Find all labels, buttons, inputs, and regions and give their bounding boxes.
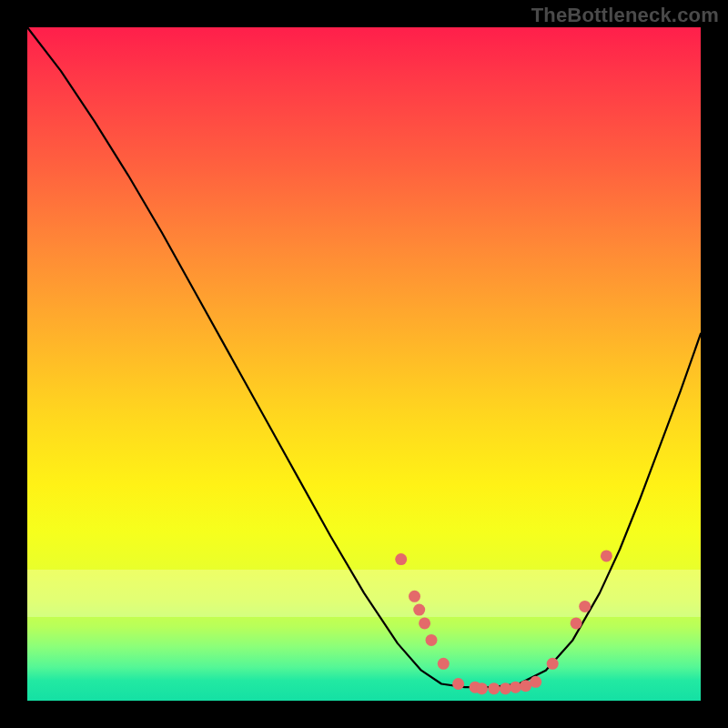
data-marker-9 bbox=[488, 682, 500, 694]
bottleneck-curve bbox=[27, 27, 701, 687]
data-marker-0 bbox=[395, 553, 407, 565]
chart-frame: TheBottleneck.com bbox=[0, 0, 728, 728]
data-marker-6 bbox=[452, 678, 464, 690]
data-marker-2 bbox=[413, 604, 425, 616]
data-marker-5 bbox=[438, 658, 450, 670]
data-marker-14 bbox=[547, 658, 559, 670]
data-marker-10 bbox=[500, 682, 511, 694]
data-markers bbox=[395, 550, 612, 694]
data-marker-8 bbox=[476, 682, 488, 694]
chart-svg bbox=[27, 27, 701, 701]
data-marker-17 bbox=[601, 550, 612, 561]
data-marker-16 bbox=[579, 601, 591, 612]
data-marker-1 bbox=[409, 591, 420, 602]
data-marker-15 bbox=[571, 617, 582, 629]
data-marker-3 bbox=[419, 617, 430, 629]
data-marker-4 bbox=[426, 634, 438, 646]
data-marker-12 bbox=[520, 680, 531, 692]
data-marker-13 bbox=[530, 676, 541, 688]
data-marker-11 bbox=[510, 682, 521, 693]
watermark-text: TheBottleneck.com bbox=[531, 4, 719, 27]
